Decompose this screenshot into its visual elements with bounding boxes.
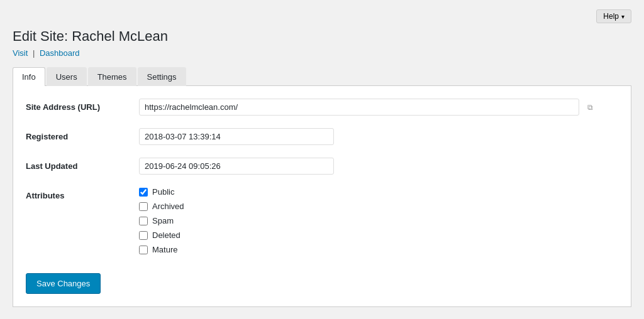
checkbox-spam[interactable]: Spam [139,216,618,225]
url-input-wrapper: ⧉ [139,99,598,116]
url-copy-icon: ⧉ [587,103,593,112]
help-label: Help [603,12,619,21]
save-area: Save Changes [26,267,618,294]
last-updated-row: Last Updated [26,158,618,175]
checkbox-mature[interactable]: Mature [139,245,618,254]
attributes-field: Public Archived Spam Deleted Mature [139,187,618,254]
dashboard-link[interactable]: Dashboard [40,48,80,58]
checkbox-deleted-input[interactable] [139,231,148,240]
checkbox-mature-input[interactable] [139,246,148,254]
save-button[interactable]: Save Changes [26,273,101,294]
checkbox-archived[interactable]: Archived [139,202,618,211]
checkbox-deleted[interactable]: Deleted [139,230,618,240]
checkbox-public-label: Public [152,187,174,197]
checkbox-spam-input[interactable] [139,217,148,225]
checkbox-archived-input[interactable] [139,202,148,211]
help-chevron-icon: ▾ [621,13,625,20]
checkbox-deleted-label: Deleted [152,230,180,240]
tab-info[interactable]: Info [13,67,45,86]
page-wrapper: Help ▾ Edit Site: Rachel McLean Visit | … [0,0,644,319]
content-panel: Site Address (URL) ⧉ Registered Last Upd… [13,86,631,307]
help-button[interactable]: Help ▾ [596,9,631,23]
help-area: Help ▾ [13,9,631,23]
attributes-label: Attributes [26,187,139,200]
tab-users[interactable]: Users [47,67,87,86]
checkbox-spam-label: Spam [152,216,174,225]
checkbox-public[interactable]: Public [139,187,618,197]
registered-field [139,128,618,145]
site-address-row: Site Address (URL) ⧉ [26,99,618,116]
registered-input[interactable] [139,128,334,145]
site-address-field: ⧉ [139,99,618,116]
site-address-input[interactable] [139,99,579,116]
site-address-label: Site Address (URL) [26,99,139,112]
registered-label: Registered [26,128,139,141]
checkbox-mature-label: Mature [152,245,177,254]
visit-link[interactable]: Visit [13,48,28,58]
tab-themes[interactable]: Themes [88,67,136,86]
last-updated-field [139,158,618,175]
last-updated-label: Last Updated [26,158,139,171]
tab-settings[interactable]: Settings [138,67,186,86]
registered-row: Registered [26,128,618,145]
checkbox-public-input[interactable] [139,188,148,197]
breadcrumb-separator: | [33,48,35,58]
breadcrumb: Visit | Dashboard [13,48,631,58]
attributes-row: Attributes Public Archived Spam Deleted [26,187,618,254]
tabs-nav: Info Users Themes Settings [13,67,631,86]
checkbox-archived-label: Archived [152,202,184,211]
page-title: Edit Site: Rachel McLean [13,28,631,45]
last-updated-input[interactable] [139,158,334,175]
